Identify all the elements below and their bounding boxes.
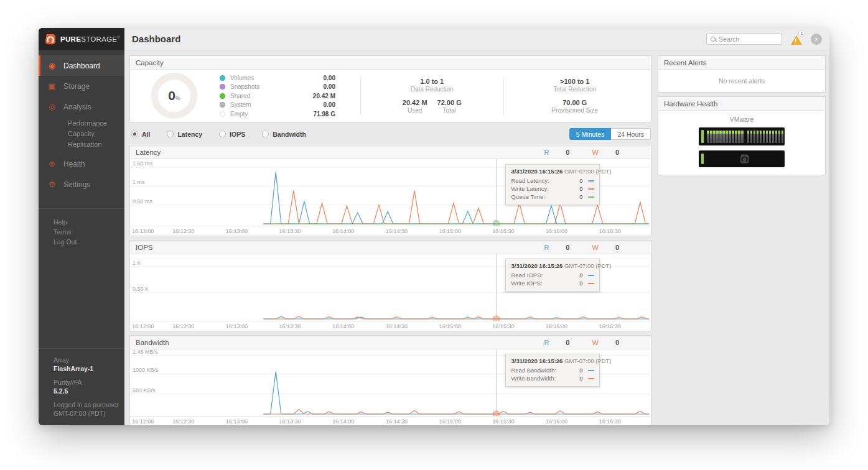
purestorage-chassis-logo-icon: [739, 154, 750, 164]
purestorage-logo-icon: [44, 33, 57, 45]
x-tick-label: 16:16:30: [599, 418, 621, 425]
total-reduction-block: >100 to 1 Total Reduction 70.00 G Provis…: [504, 78, 646, 114]
terms-link[interactable]: Terms: [54, 227, 124, 237]
tooltip-timezone: GMT-07:00 (PDT): [562, 262, 611, 269]
search-input[interactable]: [719, 35, 775, 43]
x-tick-label: 16:15:30: [492, 228, 514, 234]
drive-slot: [726, 131, 728, 143]
bandwidth-chart-plot[interactable]: 1.46 MB/s1000 KB/s500 KB/s3/31/2020 16:1…: [130, 349, 651, 416]
x-tick-label: 16:12:30: [172, 323, 194, 329]
legend-row-shared: Shared 20.42 M: [220, 91, 360, 101]
capacity-panel-title: Capacity: [136, 59, 164, 67]
tooltip-timezone: GMT-07:00 (PDT): [562, 357, 611, 364]
x-tick-label: 16:16:00: [546, 418, 567, 425]
logout-link[interactable]: Log Out: [54, 237, 124, 247]
settings-icon: ⚙: [47, 180, 57, 189]
volumes-dot: [220, 75, 225, 81]
drive-groups: [707, 131, 783, 143]
capacity-panel: Capacity 0 % Volumes 0.00: [129, 55, 651, 122]
sidebar-subitem-capacity[interactable]: Capacity: [68, 129, 124, 139]
drive-slot: [757, 131, 759, 143]
x-tick-label: 16:14:30: [386, 323, 408, 329]
alerts-warning-button[interactable]: 1: [790, 33, 803, 45]
drive-slot: [710, 131, 712, 143]
help-link[interactable]: Help: [54, 217, 124, 227]
capacity-percent: 0: [168, 88, 175, 103]
x-tick-label: 16:16:00: [546, 323, 567, 329]
drive-slot: [713, 131, 716, 143]
hardware-health-body: VMware: [658, 111, 825, 175]
sidebar-item-dashboard[interactable]: ◉ Dashboard: [39, 55, 124, 76]
legend-row-snapshots: Snapshots 0.00: [220, 82, 360, 91]
latency-panel: Latency R 0 W 0 1.50 ms1 ms0.50 ms3/31/2…: [129, 145, 651, 236]
radio-bandwidth[interactable]: [262, 131, 269, 137]
system-dot: [220, 102, 225, 108]
latency-tooltip: 3/31/2020 16:15:26 GMT-07:00 (PDT)Read L…: [505, 164, 600, 205]
provisioned-size-value: 70.00 G: [562, 99, 587, 106]
range-5-minutes-button[interactable]: 5 Minutes: [569, 128, 612, 140]
drive-slot: [775, 131, 778, 143]
time-range-toggle: 5 Minutes 24 Hours: [569, 128, 651, 140]
drive-slot: [782, 131, 784, 143]
write-series-dash: [588, 283, 594, 284]
filter-iops[interactable]: IOPS: [219, 131, 245, 138]
tooltip-datetime: 3/31/2020 16:15:26: [511, 357, 562, 364]
no-alerts-message: No recent alerts: [719, 77, 765, 85]
filter-bandwidth[interactable]: Bandwidth: [262, 131, 306, 138]
search-box[interactable]: [706, 33, 782, 45]
controller-shelf[interactable]: [699, 150, 785, 167]
tooltip-datetime: 3/31/2020 16:15:26: [511, 262, 562, 269]
latency-read-write-summary: R 0 W 0: [544, 149, 619, 156]
x-tick-label: 16:14:00: [332, 323, 354, 329]
latency-chart-plot[interactable]: 1.50 ms1 ms0.50 ms3/31/2020 16:15:26 GMT…: [130, 159, 651, 226]
tooltip-timezone: GMT-07:00 (PDT): [562, 168, 611, 175]
sidebar-item-analysis[interactable]: ◎ Analysis: [39, 96, 124, 117]
purity-version: 5.2.5: [54, 387, 119, 395]
sidebar-item-label: Analysis: [63, 103, 91, 111]
close-icon[interactable]: ×: [811, 34, 822, 45]
tooltip-row: Write Latency:0: [511, 185, 594, 193]
latency-panel-title: Latency: [136, 149, 161, 156]
drive-shelf[interactable]: [699, 127, 785, 145]
radio-latency[interactable]: [167, 131, 174, 137]
read-series-dash: [588, 275, 594, 276]
radio-all[interactable]: [131, 131, 138, 137]
filter-all[interactable]: All: [131, 131, 150, 138]
x-tick-label: 16:16:30: [599, 323, 621, 329]
logged-in-user: Logged in as pureuser: [54, 400, 119, 409]
drive-slot: [766, 131, 768, 143]
capacity-body: 0 % Volumes 0.00: [130, 70, 651, 122]
x-tick-label: 16:15:30: [492, 418, 514, 425]
write-value: 0: [615, 339, 619, 346]
radio-iops[interactable]: [219, 131, 226, 137]
capacity-legend: Volumes 0.00 Snapshots 0.00: [220, 73, 360, 119]
warning-triangle-icon: [791, 35, 802, 45]
chart-filter-row: All Latency IOPS Bandwidth: [131, 128, 651, 140]
sidebar-item-health[interactable]: ⊕ Health: [39, 154, 124, 174]
bandwidth-panel: Bandwidth R 0 W 0 1.46 MB/s1000 KB/s500 …: [129, 335, 651, 425]
sidebar-item-storage[interactable]: ▣ Storage: [39, 76, 124, 96]
x-tick-label: 16:15:00: [439, 418, 461, 425]
x-tick-label: 16:16:30: [599, 228, 621, 234]
x-tick-label: 16:13:30: [279, 228, 301, 234]
left-column: Capacity 0 % Volumes 0.00: [129, 55, 651, 422]
sidebar-item-settings[interactable]: ⚙ Settings: [39, 174, 124, 195]
iops-chart-plot[interactable]: 1 K0.50 K3/31/2020 16:15:26 GMT-07:00 (P…: [130, 254, 651, 321]
logo-text: PURESTORAGE®: [60, 35, 120, 43]
sidebar-subitem-performance[interactable]: Performance: [68, 118, 124, 129]
drive-bay-group: [747, 131, 784, 143]
read-value: 0: [566, 339, 569, 346]
drive-slot: [741, 131, 744, 143]
right-column: Recent Alerts No recent alerts Hardware …: [658, 55, 826, 422]
bandwidth-panel-header: Bandwidth R 0 W 0: [130, 336, 651, 349]
crosshair-marker: [493, 316, 500, 321]
sidebar-subitem-replication[interactable]: Replication: [68, 139, 124, 150]
x-tick-label: 16:14:00: [332, 228, 354, 234]
x-tick-label: 16:13:00: [226, 418, 248, 425]
total-reduction-ratio: >100 to 1: [560, 78, 589, 85]
filter-latency[interactable]: Latency: [167, 131, 202, 138]
write-value: 0: [615, 244, 619, 251]
dashboard-icon: ◉: [47, 61, 57, 70]
drive-slot: [754, 131, 756, 143]
range-24-hours-button[interactable]: 24 Hours: [611, 128, 651, 140]
